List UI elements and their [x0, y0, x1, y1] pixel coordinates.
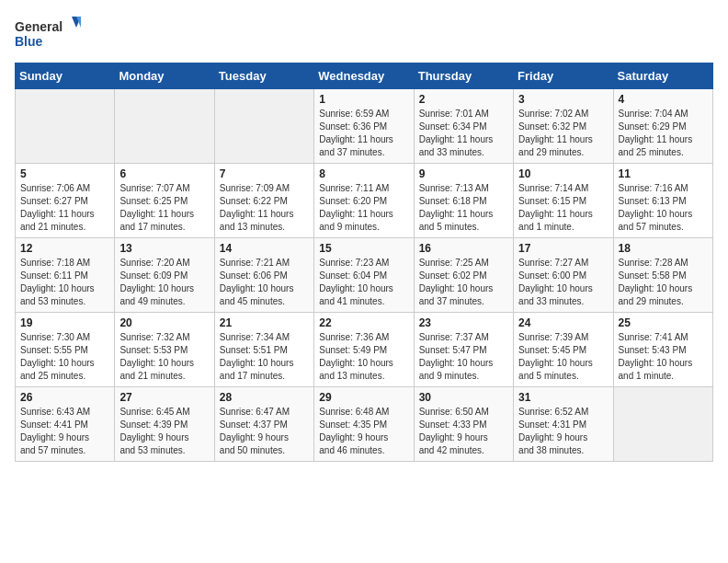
day-number: 10 [518, 167, 608, 180]
day-info: Sunrise: 7:06 AM Sunset: 6:27 PM Dayligh… [20, 182, 109, 234]
col-header-saturday: Saturday [613, 63, 712, 89]
calendar-cell: 23Sunrise: 7:37 AM Sunset: 5:47 PM Dayli… [414, 313, 513, 387]
calendar-cell: 13Sunrise: 7:20 AM Sunset: 6:09 PM Dayli… [115, 238, 214, 313]
day-number: 11 [619, 167, 708, 180]
day-info: Sunrise: 6:43 AM Sunset: 4:41 PM Dayligh… [20, 406, 109, 457]
calendar-cell: 29Sunrise: 6:48 AM Sunset: 4:35 PM Dayli… [314, 387, 414, 462]
day-info: Sunrise: 7:21 AM Sunset: 6:06 PM Dayligh… [220, 257, 309, 308]
day-number: 3 [518, 93, 608, 106]
calendar-cell [16, 89, 115, 164]
day-info: Sunrise: 7:25 AM Sunset: 6:02 PM Dayligh… [419, 257, 508, 308]
day-number: 1 [319, 93, 408, 106]
calendar-cell: 24Sunrise: 7:39 AM Sunset: 5:45 PM Dayli… [514, 313, 613, 387]
day-number: 31 [518, 391, 608, 404]
day-number: 20 [119, 316, 209, 329]
page-header: General Blue [15, 15, 713, 52]
day-info: Sunrise: 7:37 AM Sunset: 5:47 PM Dayligh… [419, 331, 508, 383]
day-number: 19 [20, 316, 109, 329]
calendar-week-row: 5Sunrise: 7:06 AM Sunset: 6:27 PM Daylig… [16, 164, 713, 238]
col-header-sunday: Sunday [16, 63, 115, 89]
day-number: 26 [20, 391, 109, 404]
calendar-cell: 26Sunrise: 6:43 AM Sunset: 4:41 PM Dayli… [16, 387, 115, 462]
calendar-cell: 1Sunrise: 6:59 AM Sunset: 6:36 PM Daylig… [314, 89, 414, 164]
calendar-cell: 27Sunrise: 6:45 AM Sunset: 4:39 PM Dayli… [115, 387, 214, 462]
day-number: 13 [119, 242, 209, 255]
day-number: 23 [419, 316, 508, 329]
day-number: 7 [220, 167, 309, 180]
day-info: Sunrise: 7:16 AM Sunset: 6:13 PM Dayligh… [619, 182, 708, 234]
calendar-cell: 21Sunrise: 7:34 AM Sunset: 5:51 PM Dayli… [214, 313, 313, 387]
col-header-monday: Monday [115, 63, 214, 89]
day-info: Sunrise: 7:09 AM Sunset: 6:22 PM Dayligh… [220, 182, 309, 234]
day-number: 4 [619, 93, 708, 106]
day-number: 2 [419, 93, 508, 106]
calendar-cell: 22Sunrise: 7:36 AM Sunset: 5:49 PM Dayli… [314, 313, 414, 387]
day-info: Sunrise: 7:28 AM Sunset: 5:58 PM Dayligh… [619, 257, 708, 308]
day-info: Sunrise: 7:30 AM Sunset: 5:55 PM Dayligh… [20, 331, 109, 383]
svg-text:Blue: Blue [15, 34, 43, 49]
calendar-week-row: 12Sunrise: 7:18 AM Sunset: 6:11 PM Dayli… [16, 238, 713, 313]
calendar-cell: 14Sunrise: 7:21 AM Sunset: 6:06 PM Dayli… [214, 238, 313, 313]
day-info: Sunrise: 7:13 AM Sunset: 6:18 PM Dayligh… [419, 182, 508, 234]
day-info: Sunrise: 7:18 AM Sunset: 6:11 PM Dayligh… [20, 257, 109, 308]
calendar-cell [613, 387, 712, 462]
day-info: Sunrise: 7:07 AM Sunset: 6:25 PM Dayligh… [119, 182, 209, 234]
calendar-cell: 20Sunrise: 7:32 AM Sunset: 5:53 PM Dayli… [115, 313, 214, 387]
day-number: 18 [619, 242, 708, 255]
calendar-cell: 7Sunrise: 7:09 AM Sunset: 6:22 PM Daylig… [214, 164, 313, 238]
day-info: Sunrise: 7:32 AM Sunset: 5:53 PM Dayligh… [119, 331, 209, 383]
calendar-cell: 30Sunrise: 6:50 AM Sunset: 4:33 PM Dayli… [414, 387, 513, 462]
day-number: 21 [220, 316, 309, 329]
calendar-cell: 9Sunrise: 7:13 AM Sunset: 6:18 PM Daylig… [414, 164, 513, 238]
calendar-cell: 16Sunrise: 7:25 AM Sunset: 6:02 PM Dayli… [414, 238, 513, 313]
day-number: 8 [319, 167, 408, 180]
day-number: 28 [220, 391, 309, 404]
day-number: 5 [20, 167, 109, 180]
day-info: Sunrise: 7:04 AM Sunset: 6:29 PM Dayligh… [619, 108, 708, 159]
day-info: Sunrise: 6:45 AM Sunset: 4:39 PM Dayligh… [119, 406, 209, 457]
logo-svg: General Blue [15, 15, 88, 52]
day-number: 30 [419, 391, 508, 404]
day-number: 25 [619, 316, 708, 329]
day-info: Sunrise: 6:48 AM Sunset: 4:35 PM Dayligh… [319, 406, 408, 457]
calendar-cell: 3Sunrise: 7:02 AM Sunset: 6:32 PM Daylig… [514, 89, 613, 164]
calendar-cell: 5Sunrise: 7:06 AM Sunset: 6:27 PM Daylig… [16, 164, 115, 238]
day-number: 12 [20, 242, 109, 255]
calendar-table: SundayMondayTuesdayWednesdayThursdayFrid… [15, 63, 713, 462]
day-info: Sunrise: 6:50 AM Sunset: 4:33 PM Dayligh… [419, 406, 508, 457]
day-number: 15 [319, 242, 408, 255]
calendar-cell: 8Sunrise: 7:11 AM Sunset: 6:20 PM Daylig… [314, 164, 414, 238]
day-info: Sunrise: 7:23 AM Sunset: 6:04 PM Dayligh… [319, 257, 408, 308]
calendar-cell: 6Sunrise: 7:07 AM Sunset: 6:25 PM Daylig… [115, 164, 214, 238]
calendar-cell: 2Sunrise: 7:01 AM Sunset: 6:34 PM Daylig… [414, 89, 513, 164]
day-number: 14 [220, 242, 309, 255]
day-info: Sunrise: 7:36 AM Sunset: 5:49 PM Dayligh… [319, 331, 408, 383]
calendar-cell: 31Sunrise: 6:52 AM Sunset: 4:31 PM Dayli… [514, 387, 613, 462]
day-info: Sunrise: 7:01 AM Sunset: 6:34 PM Dayligh… [419, 108, 508, 159]
day-info: Sunrise: 7:27 AM Sunset: 6:00 PM Dayligh… [518, 257, 608, 308]
calendar-cell: 10Sunrise: 7:14 AM Sunset: 6:15 PM Dayli… [514, 164, 613, 238]
calendar-week-row: 26Sunrise: 6:43 AM Sunset: 4:41 PM Dayli… [16, 387, 713, 462]
day-info: Sunrise: 7:41 AM Sunset: 5:43 PM Dayligh… [619, 331, 708, 383]
col-header-wednesday: Wednesday [314, 63, 414, 89]
logo: General Blue [15, 15, 88, 52]
day-info: Sunrise: 7:39 AM Sunset: 5:45 PM Dayligh… [518, 331, 608, 383]
calendar-cell: 19Sunrise: 7:30 AM Sunset: 5:55 PM Dayli… [16, 313, 115, 387]
col-header-thursday: Thursday [414, 63, 513, 89]
calendar-week-row: 19Sunrise: 7:30 AM Sunset: 5:55 PM Dayli… [16, 313, 713, 387]
calendar-cell [214, 89, 313, 164]
day-number: 27 [119, 391, 209, 404]
calendar-cell [115, 89, 214, 164]
calendar-cell: 11Sunrise: 7:16 AM Sunset: 6:13 PM Dayli… [613, 164, 712, 238]
day-number: 16 [419, 242, 508, 255]
day-info: Sunrise: 6:59 AM Sunset: 6:36 PM Dayligh… [319, 108, 408, 159]
day-number: 6 [119, 167, 209, 180]
calendar-cell: 18Sunrise: 7:28 AM Sunset: 5:58 PM Dayli… [613, 238, 712, 313]
day-number: 9 [419, 167, 508, 180]
col-header-tuesday: Tuesday [214, 63, 313, 89]
day-info: Sunrise: 7:14 AM Sunset: 6:15 PM Dayligh… [518, 182, 608, 234]
calendar-cell: 12Sunrise: 7:18 AM Sunset: 6:11 PM Dayli… [16, 238, 115, 313]
day-number: 29 [319, 391, 408, 404]
day-info: Sunrise: 7:02 AM Sunset: 6:32 PM Dayligh… [518, 108, 608, 159]
day-info: Sunrise: 7:20 AM Sunset: 6:09 PM Dayligh… [119, 257, 209, 308]
